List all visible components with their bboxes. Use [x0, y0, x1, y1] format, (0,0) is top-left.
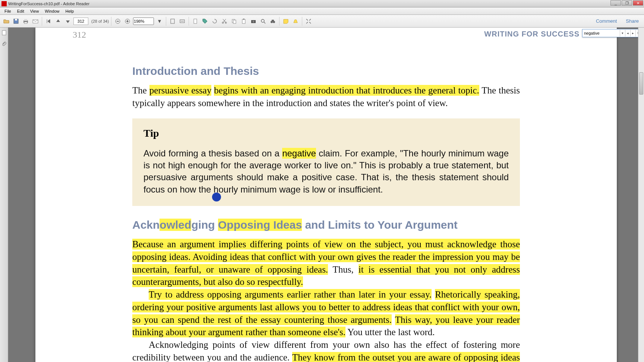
disk-icon — [13, 18, 19, 24]
menu-file[interactable]: File — [1, 8, 14, 14]
svg-rect-18 — [242, 19, 245, 23]
fit-width-icon — [179, 18, 185, 24]
camera-icon — [250, 18, 256, 24]
svg-point-21 — [253, 20, 255, 22]
svg-rect-3 — [24, 19, 27, 21]
separator — [279, 17, 280, 26]
page-number-input[interactable] — [73, 18, 88, 25]
svg-rect-19 — [243, 19, 244, 20]
first-page-button[interactable] — [44, 17, 53, 25]
highlight-icon — [293, 18, 299, 24]
zoom-level-select[interactable] — [133, 18, 154, 25]
tool-binoculars[interactable] — [269, 17, 277, 25]
up-arrow-icon — [55, 18, 61, 24]
tag-icon — [202, 18, 208, 24]
svg-rect-11 — [171, 19, 174, 23]
tool-page-icon[interactable] — [191, 17, 199, 25]
svg-rect-4 — [24, 22, 27, 23]
svg-point-22 — [261, 19, 264, 22]
tool-snapshot[interactable] — [249, 17, 258, 25]
search-icon — [260, 18, 266, 24]
menubar: File Edit View Window Help — [0, 7, 644, 15]
email-button[interactable] — [31, 17, 40, 25]
folder-icon — [3, 18, 9, 24]
menu-view[interactable]: View — [27, 8, 42, 14]
comment-link[interactable]: Comment — [593, 17, 620, 25]
tool-sticky-note[interactable] — [282, 17, 290, 25]
envelope-icon — [32, 18, 38, 24]
tool-read-mode[interactable] — [304, 17, 313, 25]
print-button[interactable] — [22, 17, 30, 25]
svg-rect-17 — [233, 20, 236, 23]
fit-page-button[interactable] — [168, 17, 177, 25]
svg-rect-1 — [15, 19, 17, 20]
fit-width-button[interactable] — [178, 17, 186, 25]
clipboard-icon — [241, 18, 247, 24]
rotate-icon — [212, 18, 218, 24]
separator — [302, 17, 302, 26]
save-button[interactable] — [12, 17, 20, 25]
zoom-dropdown[interactable]: ▾ — [155, 17, 164, 25]
tool-find[interactable] — [259, 17, 267, 25]
tool-rotate[interactable] — [211, 17, 219, 25]
tool-copy[interactable] — [230, 17, 238, 25]
next-page-button[interactable] — [64, 17, 72, 25]
share-link[interactable]: Share — [623, 17, 642, 25]
fit-page-icon — [170, 18, 176, 24]
down-arrow-icon — [65, 18, 71, 24]
zoom-out-button[interactable] — [114, 17, 122, 25]
tool-highlight[interactable] — [291, 17, 300, 25]
svg-rect-13 — [194, 19, 197, 23]
menu-window[interactable]: Window — [42, 8, 62, 14]
minus-icon — [115, 18, 121, 24]
maximize-button[interactable]: ❐ — [622, 0, 632, 6]
scissors-icon — [221, 18, 227, 24]
app-icon — [1, 1, 7, 6]
menu-edit[interactable]: Edit — [14, 8, 27, 14]
toolbar: (28 of 34) ▾ Comment Share — [0, 15, 644, 28]
first-icon — [45, 18, 51, 24]
copy-icon — [231, 18, 237, 24]
page-count-label: (28 of 34) — [91, 19, 109, 23]
tool-cut[interactable] — [220, 17, 228, 25]
window-title: WritingForSuccess-ch10.pdf - Adobe Reade… — [8, 1, 89, 6]
prev-page-button[interactable] — [54, 17, 62, 25]
page-icon — [192, 18, 198, 24]
printer-icon — [23, 18, 29, 24]
separator — [189, 17, 189, 26]
tool-tag[interactable] — [201, 17, 209, 25]
open-button[interactable] — [2, 17, 10, 25]
svg-line-23 — [264, 22, 265, 23]
binoculars-icon — [270, 18, 276, 24]
zoom-in-button[interactable] — [123, 17, 132, 25]
separator — [111, 17, 111, 26]
window-titlebar: WritingForSuccess-ch10.pdf - Adobe Reade… — [0, 0, 644, 7]
svg-rect-26 — [272, 20, 274, 21]
plus-icon — [124, 18, 130, 24]
separator — [42, 17, 42, 26]
minimize-button[interactable]: _ — [610, 0, 621, 6]
tool-paste[interactable] — [240, 17, 248, 25]
separator — [166, 17, 166, 26]
note-icon — [283, 18, 289, 24]
expand-icon — [306, 18, 312, 24]
close-button[interactable]: ✕ — [633, 0, 643, 6]
menu-help[interactable]: Help — [62, 8, 77, 14]
